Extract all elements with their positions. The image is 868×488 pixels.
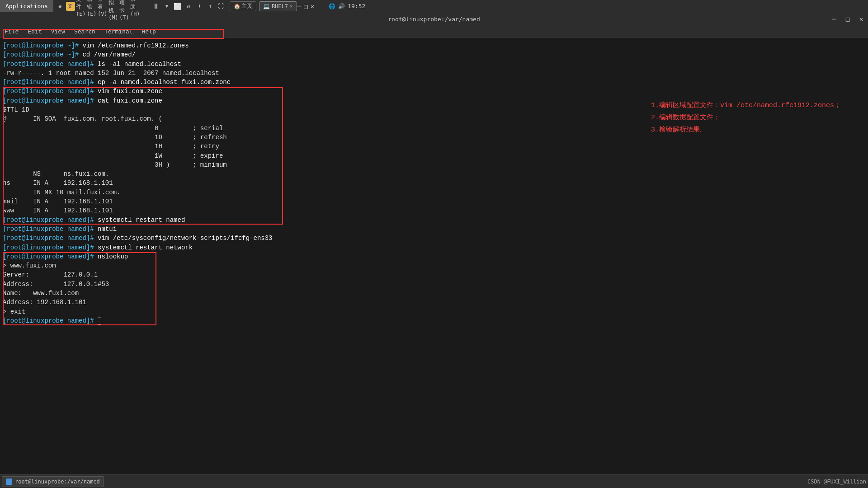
terminal-line: ns IN A 192.168.1.101 <box>3 178 865 188</box>
applications-menu[interactable]: Applications <box>0 0 53 12</box>
annotation-text: 1.编辑区域配置文件：vim /etc/named.rfc1912.zones；… <box>651 99 841 136</box>
terminal-line: mail IN A 192.168.1.101 <box>3 197 865 206</box>
minimize-button[interactable]: ─ <box>827 12 841 26</box>
taskbar-app-icon <box>6 479 12 485</box>
annotation-line2: 2.编辑数据配置文件； <box>651 112 841 124</box>
terminal-line: 1H ; retry <box>3 142 865 151</box>
terminal-line: [root@linuxprobe named]# vim /etc/syscon… <box>3 234 865 243</box>
annotation-line1: 1.编辑区域配置文件：vim /etc/named.rfc1912.zones； <box>651 99 841 112</box>
upload-icon[interactable]: ⬆ <box>205 1 215 11</box>
menu-help[interactable]: Help <box>137 26 160 38</box>
annotation-line3: 3.检验解析结果。 <box>651 124 841 136</box>
terminal-line: -rw-r-----. 1 root named 152 Jun 21 2007… <box>3 69 865 78</box>
network-icon: 🌐 <box>329 3 335 9</box>
maximize-button[interactable]: □ <box>841 12 854 26</box>
pause-icon[interactable]: ⏸ <box>151 1 161 11</box>
rhel7-close[interactable]: ✕ <box>290 3 293 9</box>
terminal-line: > exit <box>3 307 865 316</box>
terminal-line: IN MX 10 mail.fuxi.com. <box>3 188 865 197</box>
app-menu-bangzhu[interactable]: 帮助(H) <box>130 1 140 11</box>
vm-icon: 💻 <box>263 3 270 9</box>
title-bar-controls: ─ □ ✕ <box>827 12 868 26</box>
rhel7-tab[interactable]: 💻 RHEL7 ✕ <box>259 1 297 11</box>
terminal-window: root@linuxprobe:/var/named ─ □ ✕ File Ed… <box>0 12 868 488</box>
terminal-line: [root@linuxprobe named]# cp -a named.loc… <box>3 78 865 87</box>
system-bar-left: Applications ⊕ 文 文件(E) 编辑(E) 查看(V) 虚拟机(M… <box>0 0 297 12</box>
terminal-line: 1W ; expire <box>3 151 865 160</box>
system-bar: Applications ⊕ 文 文件(E) 编辑(E) 查看(V) 虚拟机(M… <box>0 0 868 12</box>
taskbar-terminal[interactable]: root@linuxprobe:/var/named <box>2 476 104 487</box>
terminal-line: [root@linuxprobe named]# █ <box>3 316 865 325</box>
win-maximize[interactable]: □ <box>304 3 307 10</box>
terminal-line: [root@linuxprobe named]# systemctl resta… <box>3 243 865 252</box>
terminal-line: Address: 127.0.0.1#53 <box>3 280 865 289</box>
app-menu-bianji[interactable]: 编辑(E) <box>87 1 97 11</box>
taskbar: root@linuxprobe:/var/named CSDN @FUXI_Wi… <box>0 474 868 488</box>
terminal-line: [root@linuxprobe named]# systemctl resta… <box>3 216 865 225</box>
win-minimize[interactable]: ─ <box>297 2 302 10</box>
watermark: CSDN @FUXI_Willian <box>807 479 866 485</box>
download-icon[interactable]: ⬇ <box>194 1 204 11</box>
volume-icon: 🔊 <box>338 3 345 9</box>
app-menu-wenjian[interactable]: 文件(E) <box>76 1 86 11</box>
refresh-icon[interactable]: ↺ <box>184 1 193 11</box>
home-icon: 🏠 <box>234 3 241 9</box>
clock: 19:52 <box>348 3 365 9</box>
system-bar-right: ─ □ ✕ 🌐 🔊 19:52 <box>297 2 369 10</box>
win-close[interactable]: ✕ <box>311 3 314 10</box>
dropdown-icon[interactable]: ▼ <box>162 1 172 11</box>
menu-bar: File Edit View Search Terminal Help <box>0 26 868 38</box>
app-icon-1[interactable]: 文 <box>66 2 75 11</box>
menu-view[interactable]: View <box>47 26 70 38</box>
terminal-line: > www.fuxi.com <box>3 261 865 270</box>
terminal-line: [root@linuxprobe ~]# cd /var/named/ <box>3 50 865 59</box>
pin-icon[interactable]: ⊕ <box>55 1 65 11</box>
rhel7-label: RHEL7 <box>272 3 288 9</box>
terminal-line: NS ns.fuxi.com. <box>3 169 865 178</box>
terminal-line: 3H ) ; minimum <box>3 160 865 169</box>
home-label: 主页 <box>241 2 252 10</box>
terminal-line: [root@linuxprobe named]# nslookup <box>3 252 865 261</box>
app-menu-xuanxianka[interactable]: 选项卡(T) <box>119 1 129 11</box>
monitor-icon[interactable]: ⬜ <box>173 1 183 11</box>
taskbar-label: root@linuxprobe:/var/named <box>15 479 100 485</box>
terminal-line: [root@linuxprobe ~]# vim /etc/named.rfc1… <box>3 41 865 50</box>
terminal-line: Name: www.fuxi.com <box>3 289 865 298</box>
close-button[interactable]: ✕ <box>854 12 868 26</box>
terminal-line: [root@linuxprobe named]# vim fuxi.com.zo… <box>3 87 865 96</box>
app-menu-chakan[interactable]: 查看(V) <box>98 1 108 11</box>
home-button[interactable]: 🏠 主页 <box>230 1 256 11</box>
terminal-line: www IN A 192.168.1.101 <box>3 206 865 215</box>
fullscreen-icon[interactable]: ⛶ <box>216 1 226 11</box>
system-bar-icons: ⊕ 文 文件(E) 编辑(E) 查看(V) 虚拟机(M) 选项卡(T) 帮助(H… <box>53 1 228 11</box>
menu-search[interactable]: Search <box>70 26 100 38</box>
menu-file[interactable]: File <box>0 26 23 38</box>
terminal-line: [root@linuxprobe named]# ls -al named.lo… <box>3 60 865 69</box>
app-menu-xunji[interactable]: 虚拟机(M) <box>108 1 118 11</box>
terminal-line: Server: 127.0.0.1 <box>3 270 865 279</box>
menu-edit[interactable]: Edit <box>23 26 46 38</box>
terminal-line: [root@linuxprobe named]# nmtui <box>3 225 865 234</box>
menu-terminal[interactable]: Terminal <box>100 26 137 38</box>
terminal-line: Address: 192.168.1.101 <box>3 298 865 307</box>
